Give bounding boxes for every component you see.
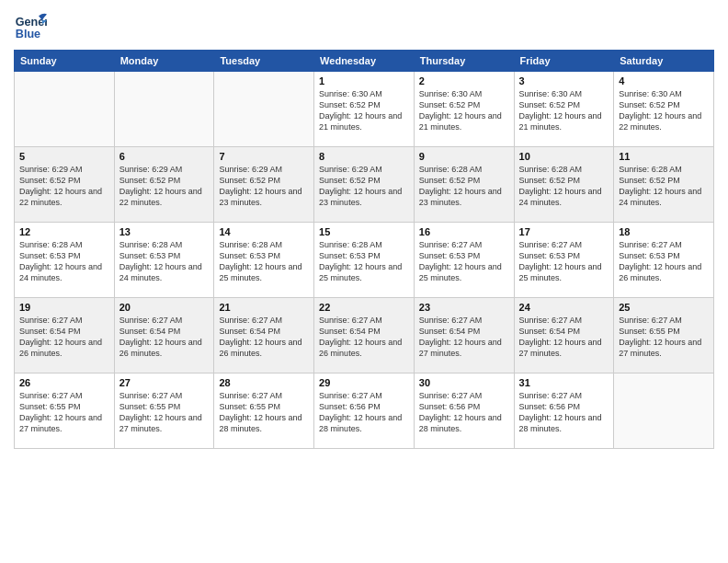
calendar-cell: 11Sunrise: 6:28 AM Sunset: 6:52 PM Dayli… (614, 147, 714, 223)
day-info: Sunrise: 6:27 AM Sunset: 6:53 PM Dayligh… (419, 239, 509, 284)
day-number: 22 (319, 302, 409, 313)
calendar-cell: 23Sunrise: 6:27 AM Sunset: 6:54 PM Dayli… (414, 298, 514, 373)
day-number: 30 (419, 377, 509, 388)
day-number: 20 (119, 302, 210, 313)
day-number: 10 (519, 151, 609, 162)
calendar-cell: 2Sunrise: 6:30 AM Sunset: 6:52 PM Daylig… (414, 72, 514, 147)
day-info: Sunrise: 6:27 AM Sunset: 6:53 PM Dayligh… (519, 239, 609, 284)
weekday-wednesday: Wednesday (314, 51, 415, 72)
page: General Blue SundayMondayTuesdayWednesda… (0, 0, 728, 563)
day-number: 18 (619, 226, 709, 237)
day-info: Sunrise: 6:27 AM Sunset: 6:54 PM Dayligh… (19, 315, 109, 360)
day-info: Sunrise: 6:29 AM Sunset: 6:52 PM Dayligh… (119, 164, 210, 209)
header: General Blue (14, 9, 714, 42)
day-number: 14 (219, 226, 309, 237)
day-info: Sunrise: 6:27 AM Sunset: 6:53 PM Dayligh… (619, 239, 709, 284)
day-info: Sunrise: 6:27 AM Sunset: 6:54 PM Dayligh… (219, 315, 309, 360)
calendar-cell: 31Sunrise: 6:27 AM Sunset: 6:56 PM Dayli… (514, 373, 614, 449)
week-row-5: 26Sunrise: 6:27 AM Sunset: 6:55 PM Dayli… (15, 373, 714, 449)
day-number: 2 (419, 75, 509, 86)
day-info: Sunrise: 6:27 AM Sunset: 6:54 PM Dayligh… (319, 315, 409, 360)
weekday-sunday: Sunday (15, 51, 115, 72)
weekday-saturday: Saturday (614, 51, 714, 72)
day-number: 5 (19, 151, 109, 162)
day-info: Sunrise: 6:27 AM Sunset: 6:55 PM Dayligh… (219, 390, 309, 435)
calendar-cell (15, 72, 115, 147)
day-number: 12 (19, 226, 109, 237)
day-number: 17 (519, 226, 609, 237)
calendar-cell: 24Sunrise: 6:27 AM Sunset: 6:54 PM Dayli… (514, 298, 614, 373)
calendar-cell: 21Sunrise: 6:27 AM Sunset: 6:54 PM Dayli… (214, 298, 314, 373)
day-number: 11 (619, 151, 709, 162)
day-info: Sunrise: 6:29 AM Sunset: 6:52 PM Dayligh… (19, 164, 109, 209)
day-info: Sunrise: 6:28 AM Sunset: 6:53 PM Dayligh… (19, 239, 109, 284)
day-info: Sunrise: 6:28 AM Sunset: 6:53 PM Dayligh… (119, 239, 210, 284)
weekday-thursday: Thursday (414, 51, 514, 72)
calendar-cell (214, 72, 314, 147)
day-number: 1 (319, 75, 409, 86)
calendar-cell (614, 373, 714, 449)
day-number: 7 (219, 151, 309, 162)
day-number: 25 (619, 302, 709, 313)
day-info: Sunrise: 6:30 AM Sunset: 6:52 PM Dayligh… (619, 88, 709, 133)
day-info: Sunrise: 6:28 AM Sunset: 6:52 PM Dayligh… (619, 164, 709, 209)
weekday-friday: Friday (514, 51, 614, 72)
calendar-cell: 13Sunrise: 6:28 AM Sunset: 6:53 PM Dayli… (114, 223, 214, 298)
day-number: 15 (319, 226, 409, 237)
day-info: Sunrise: 6:27 AM Sunset: 6:56 PM Dayligh… (319, 390, 409, 435)
day-info: Sunrise: 6:28 AM Sunset: 6:52 PM Dayligh… (519, 164, 609, 209)
day-info: Sunrise: 6:28 AM Sunset: 6:53 PM Dayligh… (219, 239, 309, 284)
week-row-4: 19Sunrise: 6:27 AM Sunset: 6:54 PM Dayli… (15, 298, 714, 373)
day-number: 6 (119, 151, 210, 162)
day-info: Sunrise: 6:27 AM Sunset: 6:54 PM Dayligh… (519, 315, 609, 360)
day-info: Sunrise: 6:27 AM Sunset: 6:55 PM Dayligh… (619, 315, 709, 360)
day-info: Sunrise: 6:28 AM Sunset: 6:53 PM Dayligh… (319, 239, 409, 284)
day-number: 19 (19, 302, 109, 313)
calendar-cell: 16Sunrise: 6:27 AM Sunset: 6:53 PM Dayli… (414, 223, 514, 298)
calendar-cell: 8Sunrise: 6:29 AM Sunset: 6:52 PM Daylig… (314, 147, 415, 223)
week-row-3: 12Sunrise: 6:28 AM Sunset: 6:53 PM Dayli… (15, 223, 714, 298)
weekday-monday: Monday (114, 51, 214, 72)
calendar-cell: 7Sunrise: 6:29 AM Sunset: 6:52 PM Daylig… (214, 147, 314, 223)
calendar-cell: 14Sunrise: 6:28 AM Sunset: 6:53 PM Dayli… (214, 223, 314, 298)
svg-text:Blue: Blue (16, 28, 40, 40)
calendar-cell: 4Sunrise: 6:30 AM Sunset: 6:52 PM Daylig… (614, 72, 714, 147)
calendar-cell: 22Sunrise: 6:27 AM Sunset: 6:54 PM Dayli… (314, 298, 415, 373)
day-number: 3 (519, 75, 609, 86)
day-info: Sunrise: 6:27 AM Sunset: 6:54 PM Dayligh… (119, 315, 210, 360)
calendar-table: SundayMondayTuesdayWednesdayThursdayFrid… (14, 50, 714, 449)
day-info: Sunrise: 6:30 AM Sunset: 6:52 PM Dayligh… (519, 88, 609, 133)
calendar-cell: 25Sunrise: 6:27 AM Sunset: 6:55 PM Dayli… (614, 298, 714, 373)
day-number: 13 (119, 226, 210, 237)
logo: General Blue (14, 9, 47, 42)
day-number: 26 (19, 377, 109, 388)
calendar-cell: 12Sunrise: 6:28 AM Sunset: 6:53 PM Dayli… (15, 223, 115, 298)
calendar-cell: 29Sunrise: 6:27 AM Sunset: 6:56 PM Dayli… (314, 373, 415, 449)
day-info: Sunrise: 6:29 AM Sunset: 6:52 PM Dayligh… (319, 164, 409, 209)
day-number: 4 (619, 75, 709, 86)
calendar-cell: 27Sunrise: 6:27 AM Sunset: 6:55 PM Dayli… (114, 373, 214, 449)
calendar-cell: 30Sunrise: 6:27 AM Sunset: 6:56 PM Dayli… (414, 373, 514, 449)
calendar-cell: 26Sunrise: 6:27 AM Sunset: 6:55 PM Dayli… (15, 373, 115, 449)
day-number: 24 (519, 302, 609, 313)
calendar-cell: 18Sunrise: 6:27 AM Sunset: 6:53 PM Dayli… (614, 223, 714, 298)
calendar-cell: 28Sunrise: 6:27 AM Sunset: 6:55 PM Dayli… (214, 373, 314, 449)
week-row-1: 1Sunrise: 6:30 AM Sunset: 6:52 PM Daylig… (15, 72, 714, 147)
weekday-tuesday: Tuesday (214, 51, 314, 72)
day-info: Sunrise: 6:27 AM Sunset: 6:55 PM Dayligh… (19, 390, 109, 435)
calendar-cell: 20Sunrise: 6:27 AM Sunset: 6:54 PM Dayli… (114, 298, 214, 373)
day-number: 31 (519, 377, 609, 388)
day-info: Sunrise: 6:27 AM Sunset: 6:55 PM Dayligh… (119, 390, 210, 435)
day-info: Sunrise: 6:29 AM Sunset: 6:52 PM Dayligh… (219, 164, 309, 209)
calendar-cell: 1Sunrise: 6:30 AM Sunset: 6:52 PM Daylig… (314, 72, 415, 147)
day-number: 29 (319, 377, 409, 388)
calendar-cell: 17Sunrise: 6:27 AM Sunset: 6:53 PM Dayli… (514, 223, 614, 298)
calendar-cell: 9Sunrise: 6:28 AM Sunset: 6:52 PM Daylig… (414, 147, 514, 223)
week-row-2: 5Sunrise: 6:29 AM Sunset: 6:52 PM Daylig… (15, 147, 714, 223)
day-info: Sunrise: 6:28 AM Sunset: 6:52 PM Dayligh… (419, 164, 509, 209)
calendar-cell: 15Sunrise: 6:28 AM Sunset: 6:53 PM Dayli… (314, 223, 415, 298)
calendar-cell (114, 72, 214, 147)
calendar-cell: 6Sunrise: 6:29 AM Sunset: 6:52 PM Daylig… (114, 147, 214, 223)
logo-icon: General Blue (14, 9, 47, 42)
calendar-cell: 10Sunrise: 6:28 AM Sunset: 6:52 PM Dayli… (514, 147, 614, 223)
